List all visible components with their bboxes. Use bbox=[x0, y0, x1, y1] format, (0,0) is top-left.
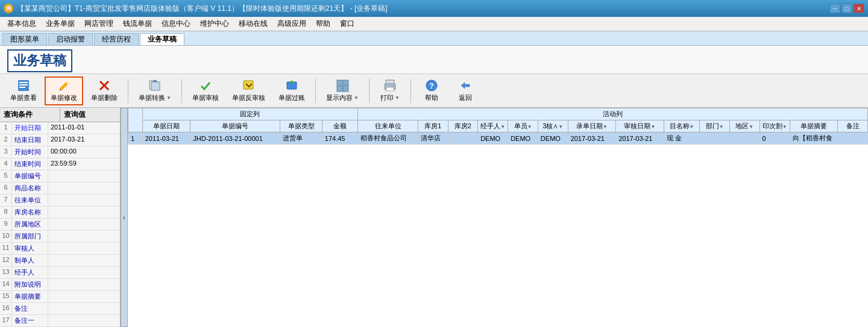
post-button[interactable]: 单据过账 bbox=[273, 76, 310, 105]
svg-rect-12 bbox=[337, 80, 342, 86]
cell-partner: 稻香村食品公司 bbox=[358, 132, 418, 145]
query-row: 4 结束时间 23:59:59 bbox=[0, 158, 120, 170]
tab-business-history[interactable]: 经营历程 bbox=[94, 33, 139, 45]
row-value[interactable] bbox=[48, 219, 120, 230]
post-icon bbox=[285, 79, 299, 92]
row-number: 2 bbox=[0, 134, 12, 146]
row-number: 16 bbox=[0, 303, 12, 314]
row-value[interactable] bbox=[48, 291, 120, 302]
help-button[interactable]: ? 帮助 bbox=[416, 76, 447, 105]
menu-basic-info[interactable]: 基本信息 bbox=[2, 17, 41, 30]
menu-mobile[interactable]: 移动在线 bbox=[234, 17, 272, 30]
query-row: 16 备注 bbox=[0, 303, 120, 315]
row-value[interactable] bbox=[48, 195, 120, 206]
audit-icon bbox=[198, 79, 213, 92]
app-icon: 商 bbox=[4, 4, 13, 13]
row-label: 所属部门 bbox=[12, 231, 48, 242]
back-icon bbox=[458, 79, 473, 92]
main-content: 查询条件 查询值 1 开始日期 2011-01-01 2 结束日期 2017-0… bbox=[0, 108, 868, 327]
audit-button[interactable]: 单据审核 bbox=[187, 76, 224, 105]
row-value[interactable]: 2011-01-01 bbox=[48, 122, 120, 134]
row-label: 所属地区 bbox=[12, 219, 48, 230]
minimize-button[interactable]: ─ bbox=[829, 4, 840, 13]
convert-button[interactable]: 单据转换 ▼ bbox=[133, 76, 177, 105]
row-value[interactable] bbox=[48, 255, 120, 266]
query-row: 7 往来单位 bbox=[0, 195, 120, 207]
cell-dept bbox=[700, 132, 730, 145]
query-row: 5 单据编号 bbox=[0, 170, 120, 182]
row-value[interactable] bbox=[48, 231, 120, 242]
title-bar: 商 【某某商贸公司】T1-商贸宝批发零售网店版体验版（客户端 V 11.1）【限… bbox=[0, 0, 868, 17]
row-value[interactable] bbox=[48, 303, 120, 314]
row-value[interactable]: 23:59:59 bbox=[48, 158, 120, 170]
menu-bar: 基本信息 业务单据 网店管理 钱流单据 信息中心 维护中心 移动在线 高级应用 … bbox=[0, 17, 868, 31]
svg-rect-19 bbox=[392, 86, 394, 87]
query-label-header: 查询条件 bbox=[0, 108, 60, 122]
row-value[interactable]: 2017-03-21 bbox=[48, 134, 120, 146]
row-label: 备注一 bbox=[12, 315, 48, 326]
svg-rect-15 bbox=[343, 86, 348, 92]
query-row: 1 开始日期 2011-01-01 bbox=[0, 122, 120, 134]
display-icon bbox=[335, 79, 350, 92]
display-button[interactable]: 显示内容 ▼ bbox=[321, 76, 364, 105]
toolbar: 单据查看 单据修改 单据删除 bbox=[0, 74, 868, 108]
col-header-amount: 金额 bbox=[322, 120, 357, 132]
row-label: 开始时间 bbox=[12, 146, 48, 158]
col-header-wh2: 库房2 bbox=[448, 120, 478, 132]
edit-button[interactable]: 单据修改 bbox=[45, 76, 83, 105]
tab-startup-alert[interactable]: 启动报警 bbox=[48, 33, 93, 45]
table-row[interactable]: 12011-03-21JHD-2011-03-21-00001进货单174.45… bbox=[128, 132, 868, 145]
cell-wh1: 清华店 bbox=[418, 132, 448, 145]
row-label: 单据摘要 bbox=[12, 291, 48, 302]
menu-online-shop[interactable]: 网店管理 bbox=[80, 17, 118, 30]
menu-cash-voucher[interactable]: 钱流单据 bbox=[118, 17, 157, 30]
col-header-wh1: 库房1 bbox=[418, 120, 448, 132]
row-value[interactable] bbox=[48, 207, 120, 218]
cell-entryDate: 2017-03-21 bbox=[568, 132, 616, 145]
row-number: 14 bbox=[0, 279, 12, 290]
row-value[interactable] bbox=[48, 243, 120, 254]
menu-help[interactable]: 帮助 bbox=[311, 17, 335, 30]
row-number: 9 bbox=[0, 219, 12, 230]
row-value[interactable] bbox=[48, 267, 120, 278]
view-icon bbox=[16, 79, 31, 92]
row-number: 3 bbox=[0, 146, 12, 158]
row-value[interactable] bbox=[48, 315, 120, 326]
row-number: 15 bbox=[0, 291, 12, 302]
separator-1 bbox=[128, 79, 128, 103]
col-header-region: 地区▼ bbox=[729, 120, 760, 132]
print-button[interactable]: 打印 ▼ bbox=[374, 76, 406, 105]
page-title-area: 业务草稿 bbox=[0, 46, 868, 74]
row-value[interactable] bbox=[48, 182, 120, 194]
row-value[interactable]: 00:00:00 bbox=[48, 146, 120, 158]
menu-business-voucher[interactable]: 业务单据 bbox=[41, 17, 80, 30]
cell-region bbox=[729, 132, 760, 145]
menu-window[interactable]: 窗口 bbox=[335, 17, 359, 30]
menu-advanced[interactable]: 高级应用 bbox=[272, 17, 311, 30]
svg-marker-22 bbox=[461, 83, 470, 89]
row-number: 1 bbox=[0, 122, 12, 134]
row-value[interactable] bbox=[48, 170, 120, 182]
menu-maintenance[interactable]: 维护中心 bbox=[195, 17, 234, 30]
tab-business-draft[interactable]: 业务草稿 bbox=[140, 33, 184, 45]
delete-button[interactable]: 单据删除 bbox=[86, 76, 123, 105]
row-number: 13 bbox=[0, 267, 12, 278]
col-header-handler: 经手人▼ bbox=[478, 120, 508, 132]
unaudit-button[interactable]: 单据反审核 bbox=[227, 76, 271, 105]
query-value-header: 查询值 bbox=[60, 108, 120, 122]
tab-diagram-menu[interactable]: 图形菜单 bbox=[2, 33, 47, 45]
back-button[interactable]: 返回 bbox=[450, 76, 481, 105]
col-header-auditor3: 3核∧▼ bbox=[538, 120, 568, 132]
activity-columns-header: 活动列 bbox=[358, 108, 868, 120]
close-button[interactable]: ✕ bbox=[854, 4, 864, 13]
svg-rect-2 bbox=[19, 84, 28, 86]
query-row: 10 所属部门 bbox=[0, 231, 120, 243]
row-value[interactable] bbox=[48, 279, 120, 290]
maximize-button[interactable]: □ bbox=[841, 4, 852, 13]
col-header-dept: 部门▼ bbox=[700, 120, 730, 132]
cell-handler: DEMO bbox=[478, 132, 508, 145]
col-header-printCount: 印次割▼ bbox=[760, 120, 790, 132]
panel-collapse-button[interactable]: ‹ bbox=[121, 108, 128, 327]
menu-info-center[interactable]: 信息中心 bbox=[157, 17, 195, 30]
view-button[interactable]: 单据查看 bbox=[5, 76, 42, 105]
